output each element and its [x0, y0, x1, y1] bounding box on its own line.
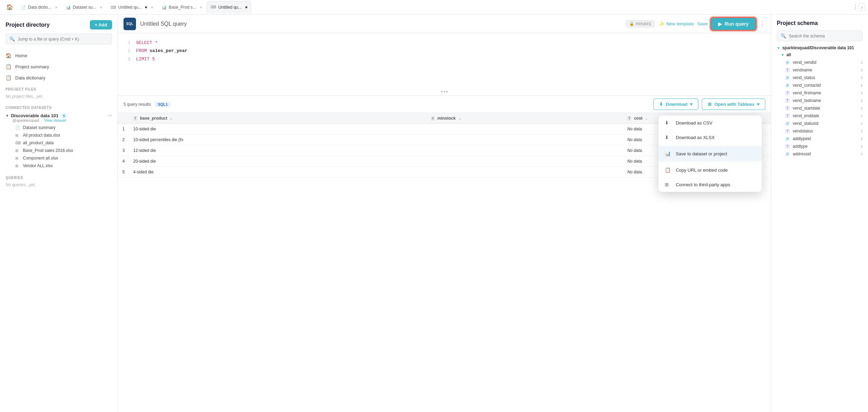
info-icon-8[interactable]: ℹ	[861, 114, 862, 118]
line-3-content: LIMIT 5	[136, 55, 155, 63]
tab-base-prod-label: Base_Prod s...	[169, 5, 196, 10]
tab-dataset-su[interactable]: 📊 Dataset su... ✕	[62, 1, 106, 14]
field-type-num-1: #	[785, 60, 790, 65]
field-name-vend-statusid: vend_statusid	[793, 121, 818, 126]
field-name-vend-vendid: vend_vendid	[793, 60, 816, 65]
info-icon-10[interactable]: ℹ	[861, 129, 862, 134]
tableau-grid-icon: ⊞	[708, 102, 712, 107]
tab-untitled-q2[interactable]: ⌨ Untitled qu...	[207, 1, 251, 14]
tab-data-dict[interactable]: 📄 Data dictio... ✕	[17, 1, 61, 14]
project-files-empty: No project files...yet.	[0, 93, 118, 102]
cell-minstock-1	[427, 124, 623, 135]
schema-search[interactable]: 🔍	[777, 31, 862, 41]
three-dots-handle[interactable]: • • •	[441, 89, 448, 94]
schema-field-vendname: T vendname ℹ	[777, 66, 862, 74]
file-base-prod-sales[interactable]: ⊞ Base_Prod sales 2018.xlsx	[15, 147, 112, 154]
info-icon-1[interactable]: ℹ	[861, 60, 862, 65]
info-icon-4[interactable]: ℹ	[861, 83, 862, 88]
sql-badge[interactable]: SQL1	[155, 102, 171, 107]
dropdown-download-csv[interactable]: ⬇ Download as CSV	[658, 115, 762, 130]
info-icon-12[interactable]: ℹ	[861, 144, 862, 149]
col-sort-1[interactable]: ⌄	[170, 117, 172, 120]
file-all-product-data[interactable]: ⌨ all_product_data	[15, 139, 112, 147]
col-type-T-1: T	[133, 116, 137, 121]
info-icon-11[interactable]: ℹ	[861, 137, 862, 141]
sidebar-search-input[interactable]	[18, 37, 108, 42]
tab-base-prod-close[interactable]: ✕	[199, 6, 202, 9]
info-icon-2[interactable]: ℹ	[861, 68, 862, 72]
info-icon-5[interactable]: ℹ	[861, 91, 862, 95]
dropdown-xlsx-label: Download as XLSX	[676, 135, 715, 140]
editor-area[interactable]: 1 SELECT * 2 FROM sales_per_year 3 LIMIT…	[118, 33, 771, 96]
col-minstock[interactable]: # minstock ⌄	[427, 113, 623, 124]
info-icon-7[interactable]: ℹ	[861, 106, 862, 111]
file-dataset-summary-label: Dataset summary	[23, 125, 56, 130]
info-icon-13[interactable]: ℹ	[861, 152, 862, 156]
info-icon-9[interactable]: ℹ	[861, 121, 862, 126]
add-button[interactable]: + Add	[90, 20, 112, 29]
tableau-button[interactable]: ⊞ Open with Tableau ▾	[702, 98, 765, 110]
sidebar-item-data-dictionary[interactable]: 📋 Data dictionary	[0, 72, 118, 83]
query-icon-text: SQL	[126, 22, 134, 26]
info-icon-6[interactable]: ℹ	[861, 98, 862, 103]
dataset-more-button[interactable]: ⋯	[108, 113, 112, 118]
tab-home[interactable]: 🏠	[3, 4, 17, 10]
cell-minstock-4	[427, 156, 623, 167]
download-button[interactable]: ⬇ Download ▾	[653, 98, 698, 110]
file-dataset-summary[interactable]: 📄 Dataset summary	[15, 124, 112, 131]
file-vendor-all-label: Vendor ALL.xlsx	[23, 163, 53, 168]
save-button[interactable]: Save	[697, 21, 708, 26]
schema-field-vend-status: # vend_status ℹ	[777, 74, 862, 81]
tab-base-prod[interactable]: 📊 Base_Prod s... ✕	[158, 1, 206, 14]
file-vendor-all[interactable]: ⊞ Vendor ALL.xlsx	[15, 162, 112, 170]
query-icon-box: SQL	[124, 18, 136, 30]
query-toolbar: SQL Untitled SQL query 🔒 PRIVATE ✨ New t…	[118, 15, 771, 33]
run-query-button[interactable]: ▶ Run query	[711, 18, 756, 30]
line-2-content: FROM sales_per_year	[136, 47, 187, 55]
toolbar-more-button[interactable]: ⋮	[759, 20, 765, 28]
tab-more-button[interactable]: ⋮	[852, 4, 858, 10]
info-icon-3[interactable]: ℹ	[861, 76, 862, 80]
download-icon: ⬇	[659, 102, 663, 107]
schema-all[interactable]: ▼ all	[781, 52, 862, 57]
dropdown-save-dataset[interactable]: 📊 Save to dataset or project	[658, 146, 762, 161]
editor-line-1: 1 SELECT *	[125, 39, 764, 47]
tab-data-dict-close[interactable]: ✕	[55, 6, 58, 9]
col-type-hash-1: #	[431, 116, 435, 121]
dataset-view-link[interactable]: View dataset	[44, 118, 66, 122]
sidebar-item-project-summary-label: Project summary	[15, 64, 49, 69]
tab-untitled-q1[interactable]: ⌨ Untitled qu... ✕	[107, 1, 157, 14]
dropdown-download-xlsx[interactable]: ⬇ Download as XLSX	[658, 130, 762, 145]
field-name-vend-contactid: vend_contactid	[793, 83, 821, 88]
tab-next-button[interactable]: ›	[859, 3, 865, 11]
field-name-addtypeid: addtypeid	[793, 136, 811, 141]
field-name-vend-lastname: vend_lastname	[793, 98, 821, 103]
field-type-str-3: T	[785, 98, 790, 103]
file-table-icon-1: ⊞	[15, 133, 20, 138]
schema-search-input[interactable]	[789, 34, 859, 38]
file-component-all[interactable]: ⊞ Component all.xlsx	[15, 154, 112, 162]
col-sort-3[interactable]: ⌄	[645, 117, 648, 120]
tableau-label: Open with Tableau	[714, 102, 754, 107]
cell-product-1: 10-sided die	[129, 124, 427, 135]
dropdown-copy-url[interactable]: 📋 Copy URL or embed code	[658, 163, 762, 177]
dropdown-divider-2	[658, 162, 762, 162]
tab-untitled-q1-close[interactable]: ✕	[151, 6, 153, 9]
sidebar-search[interactable]: 🔍	[6, 34, 112, 44]
sidebar-header: Project directory + Add	[0, 20, 118, 34]
schema-field-vendstatus: T vendstatus ℹ	[777, 127, 862, 135]
col-base-product[interactable]: T base_product ⌄	[129, 113, 427, 124]
results-bar: • • • 5 query results SQL1 ⬇ Download ▾ …	[118, 96, 771, 113]
field-type-str-4: T	[785, 106, 790, 111]
sidebar-item-project-summary[interactable]: 📋 Project summary	[0, 61, 118, 72]
sidebar-item-home[interactable]: 🏠 Home	[0, 50, 118, 61]
dataset-header[interactable]: ▼ Discoverable data 101 6 ⋯	[6, 113, 112, 118]
schema-project[interactable]: ▼ sparklesquad/Discoverable data 101	[777, 45, 862, 50]
tab-dataset-su-close[interactable]: ✕	[100, 6, 102, 9]
query-name[interactable]: Untitled SQL query	[140, 21, 622, 27]
new-template-button[interactable]: ✨ New template	[659, 21, 694, 26]
col-sort-2[interactable]: ⌄	[458, 117, 461, 120]
dropdown-connect-apps[interactable]: ⊞ Connect to third-party apps	[658, 177, 762, 192]
sidebar-item-home-label: Home	[15, 53, 27, 58]
file-all-product-xlsx[interactable]: ⊞ All product data.xlsx	[15, 131, 112, 139]
